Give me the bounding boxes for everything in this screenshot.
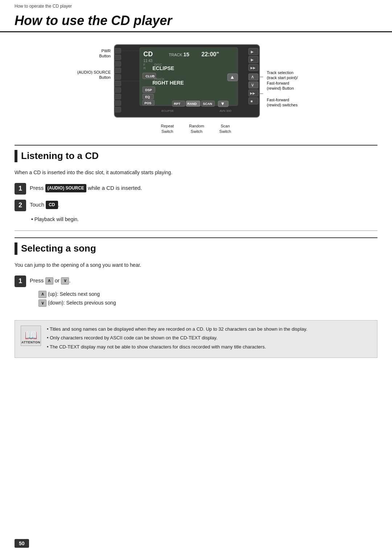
sub-bullet-down: ∨ (down): Selects previous song <box>38 299 377 307</box>
audio-source-key: (AUDIO) SOURCE <box>45 184 86 192</box>
selecting-body-text: You can jump to the opening of a song yo… <box>0 259 392 273</box>
listening-step-2: 2 Touch CD. <box>0 197 392 213</box>
svg-text:DSP: DSP <box>145 88 152 92</box>
step-2-number: 2 <box>15 200 26 211</box>
attention-icon-label: ATTENTON <box>21 340 40 344</box>
selecting-step-1-number: 1 <box>15 276 26 287</box>
step-suffix: . <box>69 277 70 283</box>
diagram-left-labels: PWRButton (AUDIO) SOURCEButton <box>64 41 111 135</box>
attention-item-2: Only characters recorded by ASCII code c… <box>47 334 307 342</box>
cd-unit-diagram: CD TRACK 15 22:00" 11:43 F R DISC ECLIPS… <box>111 41 263 135</box>
step-1-content: Press (AUDIO) SOURCE while a CD is inser… <box>30 182 142 193</box>
svg-text:ECLIPSE: ECLIPSE <box>162 109 174 113</box>
step-2-suffix: . <box>58 201 60 208</box>
svg-text:RAND: RAND <box>187 102 197 106</box>
attention-icon: 📖 ATTENTON <box>21 326 41 346</box>
svg-rect-49 <box>114 74 121 79</box>
svg-text:∧: ∧ <box>251 74 254 79</box>
attention-box: 📖 ATTENTON Titles and song names can be … <box>15 320 377 358</box>
svg-text:F: F <box>143 63 146 66</box>
up-icon-inline: ∧ <box>38 291 46 298</box>
svg-rect-51 <box>114 87 121 93</box>
svg-text:SCAN: SCAN <box>203 102 212 106</box>
svg-rect-48 <box>114 68 121 73</box>
svg-text:POS: POS <box>144 101 151 105</box>
down-arrow-btn: ∨ <box>61 277 69 285</box>
svg-text:▼: ▼ <box>220 101 225 106</box>
svg-text:ECLIPSE: ECLIPSE <box>152 65 174 71</box>
pwr-button-label: PWRButton <box>64 48 111 59</box>
step-1-prefix: Press <box>30 185 44 191</box>
listening-bullet-1: Playback will begin. <box>31 215 377 224</box>
selecting-step-1-prefix: Press <box>30 277 44 283</box>
selecting-step-1-content: Press ∧ or ∨. <box>30 275 70 285</box>
selecting-step-1: 1 Press ∧ or ∨. <box>0 273 392 289</box>
svg-text:11:43: 11:43 <box>143 59 152 63</box>
svg-text:▲: ▲ <box>230 74 235 80</box>
step-2-prefix: Touch <box>30 201 44 208</box>
track-selection-label: Track selection(track start point)/Fast-… <box>263 70 328 91</box>
cd-key: CD <box>46 201 58 209</box>
down-description: (down): Selects previous song <box>48 300 116 306</box>
listening-step-1: 1 Press (AUDIO) SOURCE while a CD is ins… <box>0 180 392 196</box>
repeat-switch-label: Repeat Switch <box>161 123 173 135</box>
svg-rect-50 <box>114 81 121 86</box>
diagram-bottom-labels: Repeat Switch Random Switch Scan Switch <box>111 123 263 135</box>
selecting-section-header: Selecting a song <box>15 237 377 255</box>
svg-text:TRACK: TRACK <box>169 53 183 57</box>
svg-text:CD: CD <box>143 50 153 58</box>
svg-rect-47 <box>114 61 121 66</box>
svg-text:R: R <box>143 66 146 70</box>
sub-bullet-up: ∧ (up): Selects next song <box>38 290 377 298</box>
selecting-section-title: Selecting a song <box>21 243 96 254</box>
svg-text:AVN 30D: AVN 30D <box>220 109 232 113</box>
listening-section-header: Listening to a CD <box>15 145 377 162</box>
svg-rect-54 <box>114 107 121 112</box>
step-2-content: Touch CD. <box>30 199 60 209</box>
diagram-section: PWRButton (AUDIO) SOURCEButton CD TRACK … <box>0 32 392 138</box>
svg-text:15: 15 <box>183 51 189 57</box>
page-number: 50 <box>15 539 29 548</box>
svg-text:∨: ∨ <box>251 82 254 87</box>
step-1-number: 1 <box>15 183 26 195</box>
svg-text:▶▶: ▶▶ <box>250 66 256 70</box>
cd-player-diagram: PWRButton (AUDIO) SOURCEButton CD TRACK … <box>40 41 352 135</box>
svg-text:22:00": 22:00" <box>201 51 219 57</box>
page-title-block: How to use the CD player <box>0 10 392 32</box>
svg-text:■: ■ <box>250 99 253 103</box>
svg-text:EQ: EQ <box>145 95 150 99</box>
fast-forward-label: Fast-forward(rewind) switches <box>263 97 328 108</box>
random-switch-label: Random Switch <box>189 123 204 135</box>
svg-rect-52 <box>114 94 121 99</box>
section-bar <box>15 150 17 162</box>
svg-text:▶: ▶ <box>251 50 254 54</box>
or-text: or <box>55 277 61 283</box>
section-bar-2 <box>15 242 17 255</box>
svg-rect-53 <box>114 101 121 106</box>
svg-rect-43 <box>249 98 258 104</box>
diagram-right-labels: Track selection(track start point)/Fast-… <box>263 41 328 135</box>
svg-rect-46 <box>114 55 121 60</box>
breadcrumb: How to operate the CD player <box>0 0 392 10</box>
attention-book-icon: 📖 <box>25 330 37 340</box>
svg-text:RPT: RPT <box>174 102 181 106</box>
section-divider <box>15 230 377 231</box>
svg-text:RIGHT HERE: RIGHT HERE <box>152 80 184 86</box>
step-1-suffix: while a CD is inserted. <box>88 185 142 191</box>
up-arrow-btn: ∧ <box>45 277 53 285</box>
svg-text:▶: ▶ <box>251 58 254 62</box>
attention-item-1: Titles and song names can be displayed w… <box>47 326 307 333</box>
listening-section-title: Listening to a CD <box>21 150 99 162</box>
attention-item-3: The CD-TEXT display may not be able to s… <box>47 343 307 351</box>
scan-switch-label: Scan Switch <box>219 123 231 135</box>
audio-source-button-label: (AUDIO) SOURCEButton <box>64 70 111 80</box>
svg-text:▶▶: ▶▶ <box>250 91 255 95</box>
listening-bullets: Playback will begin. <box>0 213 392 227</box>
attention-text: Titles and song names can be displayed w… <box>47 326 307 352</box>
up-description: (up): Selects next song <box>48 291 100 297</box>
sub-bullet-list: ∧ (up): Selects next song ∨ (down): Sele… <box>0 289 392 309</box>
page-title: How to use the CD player <box>15 13 377 31</box>
cd-unit-svg: CD TRACK 15 22:00" 11:43 F R DISC ECLIPS… <box>111 41 263 121</box>
down-icon-inline: ∨ <box>38 299 46 307</box>
listening-body-text: When a CD is inserted into the disc slot… <box>0 167 392 180</box>
